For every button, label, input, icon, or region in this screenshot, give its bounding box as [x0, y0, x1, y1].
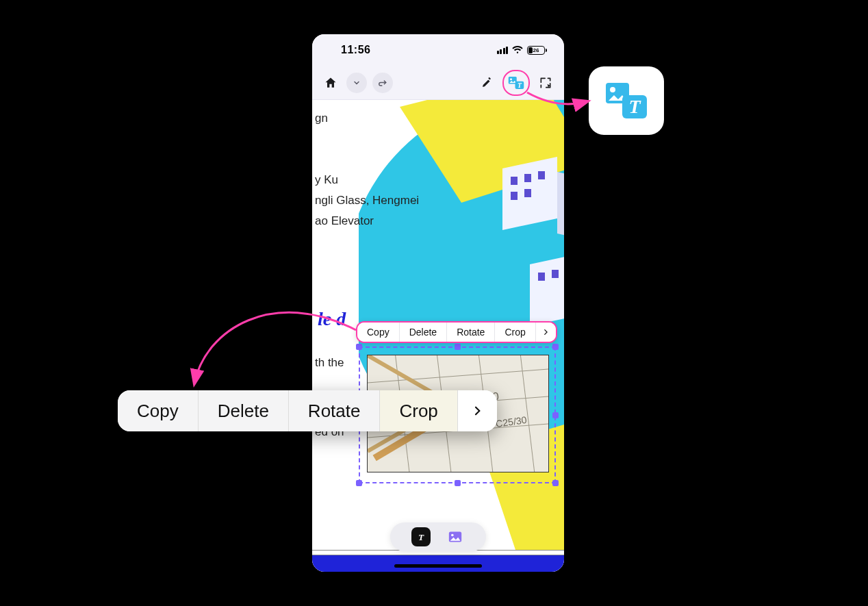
svg-text:T: T	[418, 532, 424, 542]
svg-rect-10	[511, 177, 518, 185]
callout-crop-button[interactable]: Crop	[380, 390, 457, 431]
lasso-select-button[interactable]	[535, 73, 556, 93]
phone-frame: 11:56 26	[312, 34, 564, 572]
svg-point-34	[610, 87, 615, 92]
doc-line: ao Elevator	[315, 211, 419, 231]
wifi-icon	[512, 46, 523, 54]
resize-handle[interactable]	[552, 344, 559, 350]
insert-text-button[interactable]: T	[411, 527, 431, 546]
document-text-block: gn y Ku ngli Glass, Hengmei ao Elevator	[315, 108, 419, 231]
resize-handle[interactable]	[455, 480, 461, 486]
doc-line: ngli Glass, Hengmei	[315, 190, 419, 211]
context-crop-button[interactable]: Crop	[495, 323, 535, 342]
highlighter-icon	[481, 77, 493, 89]
image-text-icon-large: T	[604, 81, 648, 120]
svg-point-32	[451, 534, 454, 537]
svg-rect-12	[538, 171, 545, 179]
callout-more-button[interactable]	[457, 390, 497, 431]
cellular-signal-icon	[497, 47, 509, 54]
svg-point-1	[510, 78, 512, 80]
context-menu-callout: Copy Delete Rotate Crop	[118, 390, 497, 431]
next-page-peek	[312, 555, 564, 572]
lasso-select-icon	[539, 76, 552, 90]
doc-line: gn	[315, 108, 419, 129]
home-indicator[interactable]	[394, 564, 482, 568]
redo-button[interactable]	[372, 73, 393, 93]
context-delete-button[interactable]: Delete	[400, 323, 447, 342]
svg-rect-8	[502, 157, 557, 230]
callout-copy-button[interactable]: Copy	[118, 390, 199, 431]
chevron-right-icon	[542, 327, 549, 337]
highlighter-button[interactable]	[476, 73, 497, 93]
image-context-menu: Copy Delete Rotate Crop	[356, 321, 557, 343]
doc-line: y Ku	[315, 170, 419, 190]
home-button[interactable]	[320, 73, 341, 93]
insert-image-button[interactable]	[446, 527, 465, 546]
svg-rect-14	[524, 189, 531, 197]
battery-icon: 26	[527, 46, 545, 55]
insert-mode-pill: T	[390, 522, 486, 551]
text-icon: T	[416, 531, 426, 542]
image-text-button-highlight: T	[502, 70, 530, 96]
svg-text:T: T	[518, 81, 522, 88]
chevron-down-icon	[353, 79, 361, 87]
context-more-button[interactable]	[535, 323, 556, 342]
svg-rect-13	[511, 192, 518, 200]
image-icon	[448, 531, 462, 543]
image-text-button[interactable]: T	[508, 73, 524, 93]
svg-text:T: T	[628, 96, 641, 117]
document-heading-fragment: le d	[318, 308, 346, 330]
svg-rect-15	[530, 253, 564, 326]
resize-handle[interactable]	[455, 344, 461, 350]
context-rotate-button[interactable]: Rotate	[447, 323, 495, 342]
image-text-icon: T	[508, 76, 524, 90]
statusbar-right: 26	[497, 46, 546, 55]
resize-handle[interactable]	[552, 480, 559, 486]
home-icon	[324, 76, 337, 90]
toolbar-icon-callout: T	[589, 66, 664, 135]
svg-rect-9	[557, 172, 564, 240]
toolbar-dropdown-button[interactable]	[346, 73, 367, 93]
svg-rect-18	[552, 270, 559, 278]
resize-handle[interactable]	[356, 344, 362, 350]
svg-rect-17	[538, 273, 545, 281]
chevron-right-icon	[472, 403, 483, 419]
callout-rotate-button[interactable]: Rotate	[289, 390, 381, 431]
document-body-fragment: th the	[315, 356, 344, 370]
statusbar-time: 11:56	[341, 44, 370, 56]
battery-percent: 26	[533, 47, 539, 53]
top-toolbar: T	[312, 66, 564, 100]
resize-handle[interactable]	[356, 480, 362, 486]
status-bar: 11:56 26	[312, 34, 564, 66]
context-copy-button[interactable]: Copy	[357, 323, 400, 342]
svg-rect-11	[524, 174, 531, 182]
redo-icon	[378, 78, 387, 88]
callout-delete-button[interactable]: Delete	[199, 390, 289, 431]
resize-handle[interactable]	[552, 412, 559, 418]
svg-marker-5	[400, 100, 564, 203]
